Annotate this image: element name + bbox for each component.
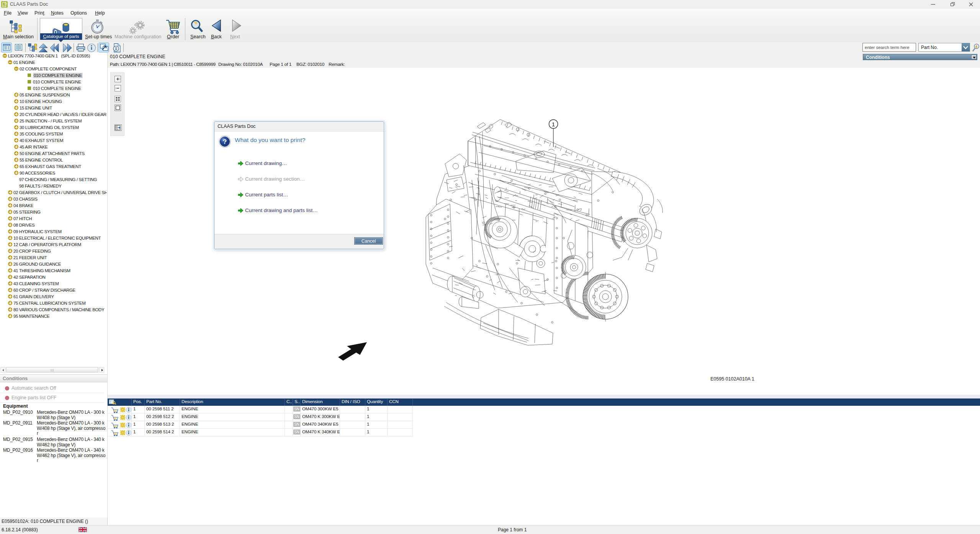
svg-text:1: 1 (552, 121, 555, 127)
svg-text:?: ? (223, 138, 227, 145)
